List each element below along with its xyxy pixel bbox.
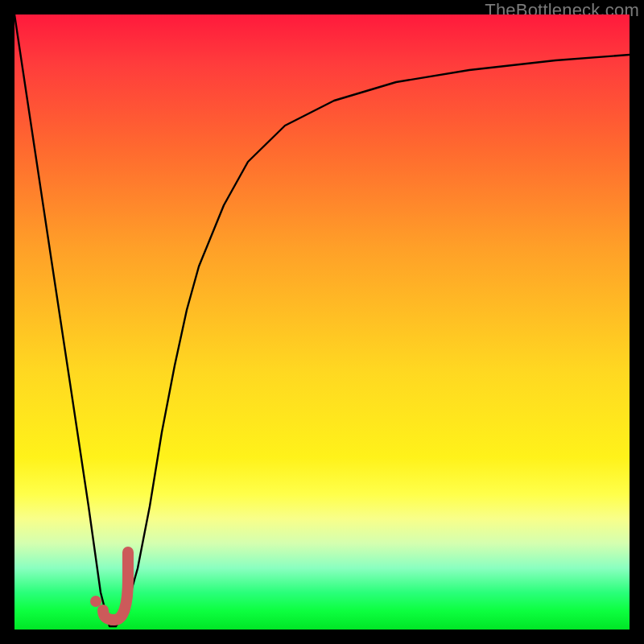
chart-svg (14, 14, 630, 630)
plot-area (14, 14, 630, 630)
hook-marker (103, 552, 128, 620)
dot-marker (90, 596, 101, 607)
bottleneck-curve (14, 14, 630, 626)
outer-frame: TheBottleneck.com (0, 0, 644, 644)
